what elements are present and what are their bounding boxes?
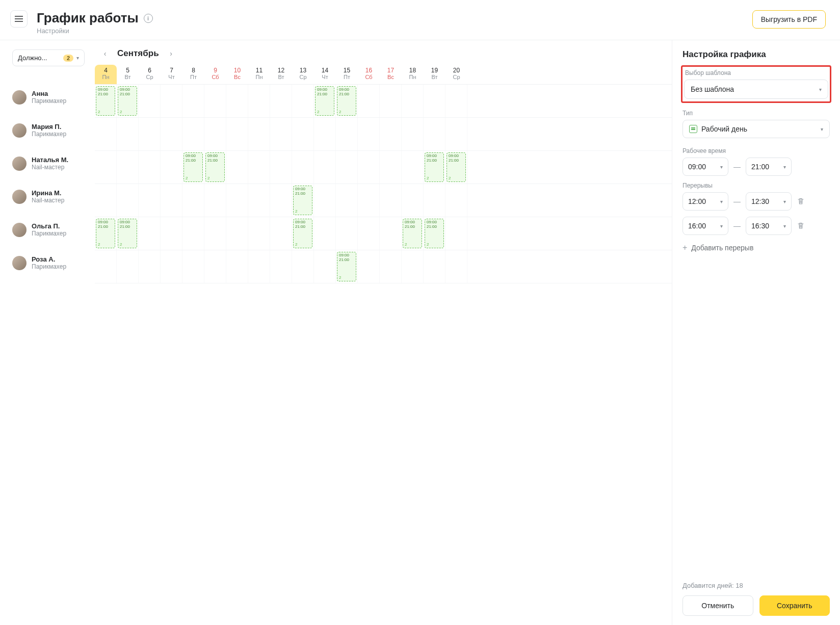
- schedule-cell[interactable]: 09:0021:002: [292, 217, 314, 250]
- type-select[interactable]: Рабочий день ▾: [682, 120, 830, 138]
- schedule-cell[interactable]: [424, 250, 445, 283]
- employee-row[interactable]: Ирина М.Nail-мастер: [12, 180, 85, 213]
- schedule-cell[interactable]: [380, 217, 402, 250]
- schedule-cell[interactable]: [204, 217, 226, 250]
- day-header[interactable]: 8Пт: [182, 65, 204, 84]
- shift-block[interactable]: 09:0021:002: [447, 152, 466, 182]
- schedule-cell[interactable]: [380, 151, 402, 184]
- schedule-cell[interactable]: [139, 250, 161, 283]
- shift-block[interactable]: 09:0021:002: [96, 219, 115, 248]
- schedule-cell[interactable]: [161, 151, 182, 184]
- shift-block[interactable]: 09:0021:002: [183, 152, 203, 182]
- schedule-cell[interactable]: [270, 217, 292, 250]
- schedule-cell[interactable]: 09:0021:002: [336, 85, 358, 117]
- shift-block[interactable]: 09:0021:002: [425, 219, 444, 248]
- schedule-cell[interactable]: [358, 85, 380, 117]
- schedule-cell[interactable]: [161, 184, 182, 217]
- day-header[interactable]: 18Пн: [402, 65, 424, 84]
- schedule-cell[interactable]: 09:0021:002: [95, 217, 117, 250]
- schedule-cell[interactable]: [248, 85, 270, 117]
- schedule-cell[interactable]: [95, 118, 117, 150]
- schedule-cell[interactable]: [292, 85, 314, 117]
- schedule-cell[interactable]: [445, 217, 467, 250]
- schedule-cell[interactable]: [139, 217, 161, 250]
- employee-row[interactable]: Наталья М.Nail-мастер: [12, 147, 85, 180]
- schedule-cell[interactable]: [314, 184, 336, 217]
- shift-block[interactable]: 09:0021:002: [337, 252, 356, 281]
- day-header[interactable]: 7Чт: [161, 65, 182, 84]
- menu-button[interactable]: [10, 10, 28, 28]
- schedule-cell[interactable]: [204, 184, 226, 217]
- day-header[interactable]: 14Чт: [314, 65, 336, 84]
- day-header[interactable]: 9Сб: [204, 65, 226, 84]
- schedule-cell[interactable]: [139, 151, 161, 184]
- schedule-cell[interactable]: [380, 184, 402, 217]
- schedule-cell[interactable]: 09:0021:002: [424, 151, 445, 184]
- shift-block[interactable]: 09:0021:002: [118, 219, 137, 248]
- schedule-cell[interactable]: [314, 151, 336, 184]
- employee-row[interactable]: Роза А.Парикмахер: [12, 246, 85, 279]
- next-month-button[interactable]: ›: [165, 47, 177, 60]
- schedule-cell[interactable]: [182, 250, 204, 283]
- shift-block[interactable]: 09:0021:002: [205, 152, 225, 182]
- employee-row[interactable]: АннаПарикмахер: [12, 81, 85, 114]
- schedule-cell[interactable]: [424, 118, 445, 150]
- day-header[interactable]: 12Вт: [270, 65, 292, 84]
- schedule-cell[interactable]: [380, 118, 402, 150]
- shift-block[interactable]: 09:0021:002: [403, 219, 422, 248]
- schedule-cell[interactable]: 09:0021:002: [117, 85, 139, 117]
- schedule-cell[interactable]: [270, 250, 292, 283]
- schedule-cell[interactable]: [292, 250, 314, 283]
- schedule-cell[interactable]: [292, 151, 314, 184]
- schedule-cell[interactable]: [270, 118, 292, 150]
- day-header[interactable]: 17Вс: [380, 65, 402, 84]
- save-button[interactable]: Сохранить: [759, 595, 830, 616]
- work-from-select[interactable]: 09:00▾: [682, 158, 728, 176]
- schedule-cell[interactable]: [270, 151, 292, 184]
- schedule-cell[interactable]: [292, 118, 314, 150]
- schedule-cell[interactable]: [336, 184, 358, 217]
- schedule-cell[interactable]: [226, 151, 248, 184]
- schedule-cell[interactable]: [336, 151, 358, 184]
- schedule-cell[interactable]: [139, 118, 161, 150]
- schedule-cell[interactable]: [424, 85, 445, 117]
- shift-block[interactable]: 09:0021:002: [96, 86, 115, 116]
- schedule-cell[interactable]: [248, 118, 270, 150]
- position-filter-select[interactable]: Должно... 2 ▾: [12, 49, 85, 66]
- schedule-cell[interactable]: [161, 250, 182, 283]
- schedule-cell[interactable]: 09:0021:002: [445, 151, 467, 184]
- schedule-cell[interactable]: 09:0021:002: [182, 151, 204, 184]
- day-header[interactable]: 5Вт: [117, 65, 139, 84]
- schedule-cell[interactable]: [161, 85, 182, 117]
- schedule-cell[interactable]: [402, 151, 424, 184]
- schedule-cell[interactable]: [117, 151, 139, 184]
- schedule-cell[interactable]: [402, 250, 424, 283]
- schedule-cell[interactable]: [358, 184, 380, 217]
- schedule-cell[interactable]: [248, 217, 270, 250]
- trash-icon[interactable]: [797, 222, 805, 230]
- schedule-cell[interactable]: [139, 184, 161, 217]
- schedule-cell[interactable]: 09:0021:002: [95, 85, 117, 117]
- schedule-cell[interactable]: [204, 118, 226, 150]
- schedule-cell[interactable]: [226, 184, 248, 217]
- employee-row[interactable]: Мария П.Парикмахер: [12, 114, 85, 147]
- schedule-cell[interactable]: [314, 250, 336, 283]
- schedule-cell[interactable]: 09:0021:002: [424, 217, 445, 250]
- shift-block[interactable]: 09:0021:002: [118, 86, 137, 116]
- schedule-cell[interactable]: [139, 85, 161, 117]
- schedule-cell[interactable]: [226, 250, 248, 283]
- schedule-cell[interactable]: [248, 250, 270, 283]
- schedule-cell[interactable]: 09:0021:002: [314, 85, 336, 117]
- day-header[interactable]: 6Ср: [139, 65, 161, 84]
- schedule-cell[interactable]: [358, 151, 380, 184]
- schedule-cell[interactable]: [95, 184, 117, 217]
- shift-block[interactable]: 09:0021:002: [425, 152, 444, 182]
- shift-block[interactable]: 09:0021:002: [293, 186, 312, 215]
- schedule-cell[interactable]: [95, 250, 117, 283]
- day-header[interactable]: 15Пт: [336, 65, 358, 84]
- schedule-cell[interactable]: 09:0021:002: [292, 184, 314, 217]
- schedule-cell[interactable]: [445, 250, 467, 283]
- schedule-cell[interactable]: [161, 118, 182, 150]
- schedule-cell[interactable]: [182, 184, 204, 217]
- template-select[interactable]: Без шаблона ▾: [684, 80, 828, 99]
